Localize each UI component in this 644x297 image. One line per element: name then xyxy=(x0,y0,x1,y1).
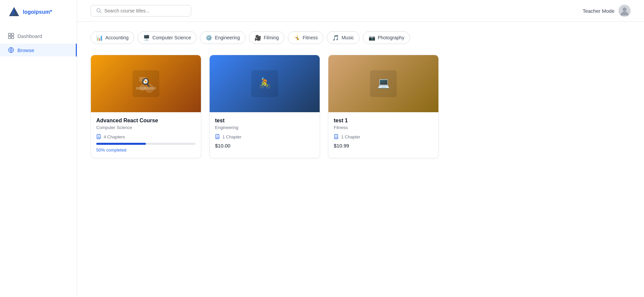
svg-point-13 xyxy=(623,7,627,11)
category-chip-engineering[interactable]: ⚙️ Engineering xyxy=(200,31,246,44)
svg-rect-4 xyxy=(8,36,11,39)
svg-rect-3 xyxy=(11,33,14,36)
filming-icon: 🎥 xyxy=(255,34,261,41)
category-chip-music[interactable]: 🎵 Music xyxy=(327,31,360,44)
avatar xyxy=(619,5,631,17)
category-label-music: Music xyxy=(341,35,354,40)
course-card-advanced-react[interactable]: 🍳 Advanced React Course Computer Science xyxy=(91,55,201,158)
course-thumbnail-desk: 💻 xyxy=(328,55,438,112)
category-chip-filming[interactable]: 🎥 Filming xyxy=(249,31,284,44)
accounting-icon: 📊 xyxy=(96,34,103,41)
book-icon-2 xyxy=(334,134,339,139)
engineering-icon: ⚙️ xyxy=(206,34,212,41)
logo-icon xyxy=(8,6,20,18)
svg-text:🚴: 🚴 xyxy=(259,77,271,89)
dashboard-icon xyxy=(8,33,14,39)
svg-rect-2 xyxy=(8,33,11,36)
computer-science-icon: 🖥️ xyxy=(143,34,150,41)
course-category-test1: Fitness xyxy=(334,125,433,130)
category-list: 📊 Accounting 🖥️ Computer Science ⚙️ Engi… xyxy=(91,31,631,44)
category-label-filming: Filming xyxy=(264,35,279,40)
course-title-test: test xyxy=(215,118,314,124)
book-icon xyxy=(96,134,102,139)
category-chip-computer-science[interactable]: 🖥️ Computer Science xyxy=(138,31,197,44)
chapters-count-0: 4 Chapters xyxy=(104,134,125,139)
course-body-test: test Engineering 1 Chapter $10.00 xyxy=(210,112,320,154)
sidebar-browse-label: Browse xyxy=(17,47,34,53)
logo-asterisk: * xyxy=(50,9,52,15)
course-title-advanced-react: Advanced React Course xyxy=(96,118,196,124)
search-icon xyxy=(96,8,102,13)
header-right: Teacher Mode xyxy=(583,5,631,17)
course-price-test: $10.00 xyxy=(215,143,314,148)
category-label-accounting: Accounting xyxy=(105,35,128,40)
chapters-count-2: 1 Chapter xyxy=(341,134,360,139)
course-thumbnail-cooking: 🍳 xyxy=(91,55,201,112)
photography-icon: 📷 xyxy=(369,34,375,41)
category-label-fitness: Fitness xyxy=(303,35,318,40)
course-title-test1: test 1 xyxy=(334,118,433,124)
header: Teacher Mode xyxy=(77,0,644,22)
main-content: Teacher Mode 📊 Accounting 🖥️ Computer Sc… xyxy=(77,0,644,297)
category-chip-photography[interactable]: 📷 Photography xyxy=(363,31,410,44)
category-label-engineering: Engineering xyxy=(215,35,240,40)
content-area: 📊 Accounting 🖥️ Computer Science ⚙️ Engi… xyxy=(77,22,644,168)
logo-name: logoipsum xyxy=(23,9,50,15)
course-grid: 🍳 Advanced React Course Computer Science xyxy=(91,55,631,158)
course-chapters-test: 1 Chapter xyxy=(215,134,314,139)
sidebar-item-browse[interactable]: Browse xyxy=(0,44,77,56)
sidebar-item-dashboard[interactable]: Dashboard xyxy=(0,30,77,42)
progress-text: 50% completed xyxy=(96,147,196,153)
course-category-advanced-react: Computer Science xyxy=(96,125,196,130)
sidebar-dashboard-label: Dashboard xyxy=(17,33,42,39)
course-body-advanced-react: Advanced React Course Computer Science 4… xyxy=(91,112,201,158)
svg-line-11 xyxy=(100,12,101,13)
category-chip-fitness[interactable]: 🤸 Fitness xyxy=(288,31,323,44)
book-icon-1 xyxy=(215,134,220,139)
course-thumbnail-cycling: 🚴 xyxy=(210,55,320,112)
svg-rect-5 xyxy=(11,36,14,39)
search-bar[interactable] xyxy=(91,5,191,16)
progress-bar-wrap xyxy=(96,143,196,145)
logo: logoipsum* xyxy=(0,0,77,24)
sidebar-navigation: Dashboard Browse xyxy=(0,24,77,62)
course-chapters-advanced-react: 4 Chapters xyxy=(96,134,196,139)
search-input[interactable] xyxy=(104,8,185,13)
course-card-test1[interactable]: 💻 test 1 Fitness 1 Chapter xyxy=(328,55,439,158)
course-category-test: Engineering xyxy=(215,125,314,130)
progress-bar-fill xyxy=(96,143,146,145)
svg-text:🍳: 🍳 xyxy=(141,78,151,87)
sidebar: logoipsum* Dashboard xyxy=(0,0,77,297)
svg-text:💻: 💻 xyxy=(377,77,390,89)
category-chip-accounting[interactable]: 📊 Accounting xyxy=(91,31,134,44)
browse-icon xyxy=(8,47,14,53)
chapters-count-1: 1 Chapter xyxy=(222,134,241,139)
category-label-photography: Photography xyxy=(378,35,404,40)
course-body-test1: test 1 Fitness 1 Chapter $10.99 xyxy=(328,112,438,154)
course-price-test1: $10.99 xyxy=(334,143,433,148)
course-card-test[interactable]: 🚴 test Engineering 1 Chapter xyxy=(209,55,320,158)
fitness-icon: 🤸 xyxy=(293,34,300,41)
category-label-computer-science: Computer Science xyxy=(152,35,191,40)
svg-point-7 xyxy=(10,49,12,51)
teacher-mode-label: Teacher Mode xyxy=(583,8,614,14)
course-chapters-test1: 1 Chapter xyxy=(334,134,433,139)
music-icon: 🎵 xyxy=(332,34,339,41)
logo-text: logoipsum* xyxy=(23,9,52,15)
